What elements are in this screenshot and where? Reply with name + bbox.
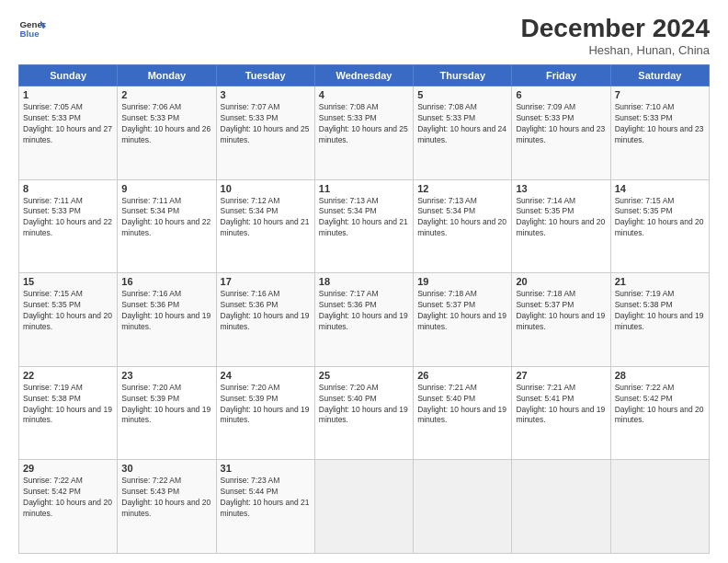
calendar-cell: 13Sunrise: 7:14 AMSunset: 5:35 PMDayligh… — [512, 179, 610, 273]
day-info: Sunrise: 7:22 AMSunset: 5:42 PMDaylight:… — [23, 476, 113, 520]
day-info: Sunrise: 7:18 AMSunset: 5:37 PMDaylight:… — [516, 289, 606, 333]
calendar-cell: 26Sunrise: 7:21 AMSunset: 5:40 PMDayligh… — [414, 366, 512, 460]
day-info: Sunrise: 7:17 AMSunset: 5:36 PMDaylight:… — [319, 289, 409, 333]
day-info: Sunrise: 7:19 AMSunset: 5:38 PMDaylight:… — [23, 383, 113, 427]
day-info: Sunrise: 7:05 AMSunset: 5:33 PMDaylight:… — [23, 102, 113, 146]
day-info: Sunrise: 7:08 AMSunset: 5:33 PMDaylight:… — [417, 102, 507, 146]
calendar-cell: 21Sunrise: 7:19 AMSunset: 5:38 PMDayligh… — [610, 273, 709, 367]
day-number: 31 — [221, 463, 311, 474]
day-number: 23 — [121, 370, 211, 381]
day-of-week-header: Thursday — [414, 65, 512, 86]
calendar-cell: 5Sunrise: 7:08 AMSunset: 5:33 PMDaylight… — [414, 86, 512, 180]
day-info: Sunrise: 7:11 AMSunset: 5:33 PMDaylight:… — [23, 196, 113, 240]
calendar-table: SundayMondayTuesdayWednesdayThursdayFrid… — [18, 64, 710, 554]
calendar-cell: 18Sunrise: 7:17 AMSunset: 5:36 PMDayligh… — [314, 273, 413, 367]
day-info: Sunrise: 7:21 AMSunset: 5:40 PMDaylight:… — [417, 383, 507, 427]
calendar-cell: 9Sunrise: 7:11 AMSunset: 5:34 PMDaylight… — [118, 179, 216, 273]
calendar-cell: 14Sunrise: 7:15 AMSunset: 5:35 PMDayligh… — [610, 179, 709, 273]
day-info: Sunrise: 7:23 AMSunset: 5:44 PMDaylight:… — [221, 476, 311, 520]
calendar-cell: 22Sunrise: 7:19 AMSunset: 5:38 PMDayligh… — [19, 366, 118, 460]
calendar-cell: 16Sunrise: 7:16 AMSunset: 5:36 PMDayligh… — [118, 273, 216, 367]
day-number: 3 — [221, 89, 311, 100]
day-number: 29 — [23, 463, 113, 474]
day-number: 4 — [319, 89, 409, 100]
day-of-week-header: Sunday — [19, 65, 118, 86]
calendar-cell — [512, 460, 610, 554]
day-number: 5 — [417, 89, 507, 100]
calendar-cell: 20Sunrise: 7:18 AMSunset: 5:37 PMDayligh… — [512, 273, 610, 367]
calendar-cell: 31Sunrise: 7:23 AMSunset: 5:44 PMDayligh… — [216, 460, 314, 554]
day-of-week-header: Saturday — [610, 65, 709, 86]
day-number: 13 — [516, 183, 606, 194]
day-number: 30 — [121, 463, 211, 474]
day-number: 14 — [615, 183, 705, 194]
day-number: 11 — [319, 183, 409, 194]
calendar-cell — [610, 460, 709, 554]
day-info: Sunrise: 7:20 AMSunset: 5:40 PMDaylight:… — [319, 383, 409, 427]
day-info: Sunrise: 7:22 AMSunset: 5:42 PMDaylight:… — [615, 383, 705, 427]
calendar-cell — [314, 460, 413, 554]
day-info: Sunrise: 7:19 AMSunset: 5:38 PMDaylight:… — [615, 289, 705, 333]
day-info: Sunrise: 7:16 AMSunset: 5:36 PMDaylight:… — [221, 289, 311, 333]
day-number: 17 — [221, 276, 311, 287]
day-info: Sunrise: 7:11 AMSunset: 5:34 PMDaylight:… — [121, 196, 211, 240]
calendar-cell: 1Sunrise: 7:05 AMSunset: 5:33 PMDaylight… — [19, 86, 118, 180]
day-number: 9 — [121, 183, 211, 194]
calendar-cell: 4Sunrise: 7:08 AMSunset: 5:33 PMDaylight… — [314, 86, 413, 180]
day-of-week-header: Friday — [512, 65, 610, 86]
calendar-cell: 27Sunrise: 7:21 AMSunset: 5:41 PMDayligh… — [512, 366, 610, 460]
day-number: 6 — [516, 89, 606, 100]
day-number: 24 — [221, 370, 311, 381]
day-info: Sunrise: 7:13 AMSunset: 5:34 PMDaylight:… — [319, 196, 409, 240]
day-info: Sunrise: 7:20 AMSunset: 5:39 PMDaylight:… — [221, 383, 311, 427]
day-info: Sunrise: 7:22 AMSunset: 5:43 PMDaylight:… — [121, 476, 211, 520]
day-info: Sunrise: 7:21 AMSunset: 5:41 PMDaylight:… — [516, 383, 606, 427]
day-number: 22 — [23, 370, 113, 381]
day-number: 7 — [615, 89, 705, 100]
calendar-cell: 6Sunrise: 7:09 AMSunset: 5:33 PMDaylight… — [512, 86, 610, 180]
calendar-cell: 30Sunrise: 7:22 AMSunset: 5:43 PMDayligh… — [118, 460, 216, 554]
day-info: Sunrise: 7:12 AMSunset: 5:34 PMDaylight:… — [221, 196, 311, 240]
logo: General Blue — [18, 14, 46, 41]
calendar-cell: 17Sunrise: 7:16 AMSunset: 5:36 PMDayligh… — [216, 273, 314, 367]
day-info: Sunrise: 7:20 AMSunset: 5:39 PMDaylight:… — [121, 383, 211, 427]
header: General Blue December 2024 Heshan, Hunan… — [18, 14, 710, 57]
logo-icon: General Blue — [18, 14, 46, 41]
calendar-cell: 23Sunrise: 7:20 AMSunset: 5:39 PMDayligh… — [118, 366, 216, 460]
day-of-week-header: Tuesday — [216, 65, 314, 86]
day-number: 16 — [121, 276, 211, 287]
calendar-cell: 7Sunrise: 7:10 AMSunset: 5:33 PMDaylight… — [610, 86, 709, 180]
day-info: Sunrise: 7:18 AMSunset: 5:37 PMDaylight:… — [417, 289, 507, 333]
day-number: 8 — [23, 183, 113, 194]
calendar-cell: 3Sunrise: 7:07 AMSunset: 5:33 PMDaylight… — [216, 86, 314, 180]
calendar-cell: 2Sunrise: 7:06 AMSunset: 5:33 PMDaylight… — [118, 86, 216, 180]
day-number: 19 — [417, 276, 507, 287]
day-number: 27 — [516, 370, 606, 381]
day-of-week-header: Monday — [118, 65, 216, 86]
day-number: 21 — [615, 276, 705, 287]
calendar-cell: 28Sunrise: 7:22 AMSunset: 5:42 PMDayligh… — [610, 366, 709, 460]
day-info: Sunrise: 7:16 AMSunset: 5:36 PMDaylight:… — [121, 289, 211, 333]
day-info: Sunrise: 7:06 AMSunset: 5:33 PMDaylight:… — [121, 102, 211, 146]
calendar-cell: 10Sunrise: 7:12 AMSunset: 5:34 PMDayligh… — [216, 179, 314, 273]
calendar-cell: 29Sunrise: 7:22 AMSunset: 5:42 PMDayligh… — [19, 460, 118, 554]
calendar-cell: 25Sunrise: 7:20 AMSunset: 5:40 PMDayligh… — [314, 366, 413, 460]
calendar-cell: 11Sunrise: 7:13 AMSunset: 5:34 PMDayligh… — [314, 179, 413, 273]
calendar-cell: 24Sunrise: 7:20 AMSunset: 5:39 PMDayligh… — [216, 366, 314, 460]
day-number: 1 — [23, 89, 113, 100]
day-number: 18 — [319, 276, 409, 287]
day-number: 15 — [23, 276, 113, 287]
day-info: Sunrise: 7:14 AMSunset: 5:35 PMDaylight:… — [516, 196, 606, 240]
title-block: December 2024 Heshan, Hunan, China — [521, 14, 710, 57]
day-number: 10 — [221, 183, 311, 194]
calendar-cell: 8Sunrise: 7:11 AMSunset: 5:33 PMDaylight… — [19, 179, 118, 273]
day-number: 25 — [319, 370, 409, 381]
calendar-page: General Blue December 2024 Heshan, Hunan… — [0, 0, 728, 563]
day-number: 2 — [121, 89, 211, 100]
day-info: Sunrise: 7:08 AMSunset: 5:33 PMDaylight:… — [319, 102, 409, 146]
day-info: Sunrise: 7:13 AMSunset: 5:34 PMDaylight:… — [417, 196, 507, 240]
day-info: Sunrise: 7:10 AMSunset: 5:33 PMDaylight:… — [615, 102, 705, 146]
day-number: 12 — [417, 183, 507, 194]
calendar-cell: 19Sunrise: 7:18 AMSunset: 5:37 PMDayligh… — [414, 273, 512, 367]
day-info: Sunrise: 7:09 AMSunset: 5:33 PMDaylight:… — [516, 102, 606, 146]
